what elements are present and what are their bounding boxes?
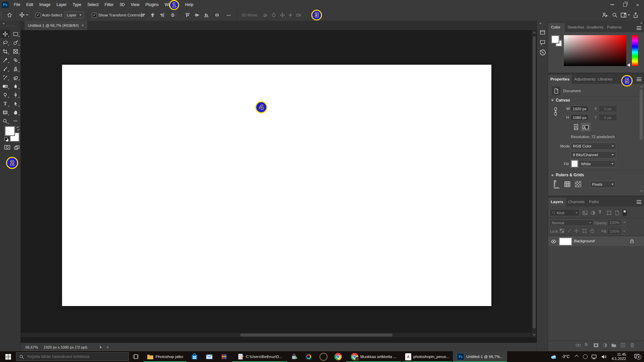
blur-tool[interactable] (10, 82, 21, 90)
bit-depth-dropdown[interactable]: 8 Bits/Channel (571, 151, 616, 159)
auto-select-checkbox[interactable]: ✓ (36, 13, 41, 18)
restore-button[interactable] (619, 0, 631, 9)
tab-channels[interactable]: Channels (568, 200, 585, 204)
menu-type[interactable]: Type (69, 0, 84, 9)
task-view-button[interactable] (129, 351, 143, 362)
show-transform-checkbox[interactable]: ✓ (92, 13, 97, 18)
foreground-color-swatch[interactable] (5, 126, 15, 136)
auto-select-target-dropdown[interactable]: Layer (64, 11, 84, 18)
temperature-display[interactable]: -3°C (559, 351, 572, 362)
lock-pixels-button[interactable] (567, 228, 572, 235)
layer-name[interactable]: Background (574, 239, 594, 243)
taskbar-search[interactable] (16, 352, 129, 361)
taskbar-app-mail[interactable] (202, 351, 217, 362)
taskbar-app-lock[interactable] (288, 351, 301, 362)
swap-colors-button[interactable] (16, 126, 20, 132)
share-button[interactable] (633, 12, 639, 19)
chevron-down-icon[interactable] (26, 14, 28, 16)
align-bottom-button[interactable] (204, 13, 209, 19)
lock-artboard-button[interactable] (582, 228, 587, 235)
scroll-up-icon[interactable] (640, 86, 643, 89)
chevron-down-icon[interactable] (628, 14, 630, 16)
tray-app-icon[interactable] (581, 351, 590, 362)
filter-type-button[interactable]: T (599, 209, 601, 215)
menu-3d[interactable]: 3D (116, 0, 127, 9)
lasso-tool[interactable] (0, 38, 10, 47)
link-dimensions-button[interactable] (553, 107, 558, 118)
move-tool[interactable] (0, 29, 10, 38)
hue-ramp[interactable] (632, 35, 638, 66)
workspace-button[interactable] (621, 12, 627, 19)
tab-swatches[interactable]: Swatches (568, 25, 584, 29)
panel-menu-icon[interactable] (637, 26, 641, 30)
adjustment-layer-button[interactable] (602, 343, 608, 349)
taskbar-app-notepad[interactable]: C:\Users\Bethruz\D... (231, 351, 288, 362)
menu-file[interactable]: File (11, 0, 23, 9)
filter-adjustment-button[interactable] (590, 210, 596, 217)
section-chevron-icon[interactable] (551, 100, 554, 101)
filter-image-button[interactable] (582, 210, 588, 217)
search-button[interactable] (612, 12, 618, 19)
tab-gradients[interactable]: Gradients (587, 25, 603, 29)
panel-strip-item-1[interactable] (540, 29, 545, 37)
vertical-scrollbar-thumb[interactable] (533, 36, 536, 328)
align-center-v-button[interactable] (195, 13, 199, 19)
close-button[interactable]: × (631, 0, 644, 9)
taskbar-app-photoshop[interactable]: Ps Untitled-1 @ 66,7%... (453, 351, 507, 362)
weather-widget[interactable] (549, 351, 559, 362)
screen-mode-button[interactable] (14, 145, 20, 152)
taskbar-app-folder[interactable]: Photoshop jatko (143, 351, 187, 362)
rectangle-tool[interactable] (0, 108, 10, 117)
scroll-down-icon[interactable] (640, 189, 643, 192)
status-options-icon[interactable] (100, 346, 102, 349)
type-tool[interactable]: T (0, 99, 10, 108)
tab-properties-label[interactable]: Properties (550, 77, 570, 81)
taskbar-app-store[interactable] (187, 351, 202, 362)
menu-edit[interactable]: Edit (23, 0, 36, 9)
account-button[interactable] (602, 12, 608, 19)
hand-tool[interactable] (10, 108, 21, 117)
add-mask-button[interactable] (593, 343, 599, 349)
taskbar-app-chrome[interactable] (331, 351, 345, 362)
layer-thumbnail[interactable] (559, 238, 572, 245)
pen-tool[interactable] (10, 90, 21, 99)
tab-adjustments[interactable]: Adjustments (574, 77, 595, 81)
distribute-h-button[interactable] (170, 13, 175, 19)
new-layer-button[interactable] (620, 343, 626, 349)
lock-all-button[interactable] (590, 228, 595, 235)
lock-transparency-button[interactable] (559, 228, 565, 235)
hue-slider-pointer[interactable] (627, 63, 630, 67)
align-left-button[interactable] (141, 13, 146, 19)
minimize-button[interactable] (606, 0, 619, 9)
menu-plugins[interactable]: Plugins (143, 0, 162, 9)
units-dropdown[interactable]: Pixels (590, 181, 616, 188)
new-group-button[interactable] (611, 343, 616, 349)
tab-libraries[interactable]: Libraries (598, 77, 612, 81)
layer-style-button[interactable]: fx (585, 342, 588, 347)
width-field[interactable]: 1920 px (571, 106, 589, 112)
status-collapse-icon[interactable] (107, 346, 108, 349)
canvas-fill-dropdown[interactable]: White (579, 160, 616, 167)
layer-filter-kind-dropdown[interactable]: Kind (550, 209, 580, 216)
frame-tool[interactable] (10, 47, 21, 56)
menu-layer[interactable]: Layer (53, 0, 69, 9)
layer-row-background[interactable]: Background (548, 236, 644, 246)
document-canvas[interactable] (62, 65, 491, 306)
home-button[interactable] (7, 12, 12, 19)
distribute-v-button[interactable] (215, 13, 219, 19)
expand-panels-button[interactable]: « (539, 21, 541, 25)
lock-position-button[interactable] (574, 228, 579, 235)
align-top-button[interactable] (185, 13, 190, 19)
color-fg-mini-swatch[interactable] (551, 36, 559, 43)
color-mode-dropdown[interactable]: RGB Color (571, 142, 616, 150)
pasteboard[interactable] (21, 30, 537, 343)
rulers-grids-section-header[interactable]: Rulers & Grids (556, 173, 584, 177)
taskbar-app-winrar[interactable] (217, 351, 231, 362)
panel-menu-icon[interactable] (637, 77, 641, 81)
layer-visibility-toggle[interactable] (551, 239, 556, 245)
more-options-button[interactable]: ••• (227, 14, 231, 17)
volume-tray-button[interactable] (599, 351, 608, 362)
document-tab[interactable]: Untitled-1 @ 66,7% (RGB/8#) × (24, 21, 87, 30)
tab-paths[interactable]: Paths (589, 200, 599, 204)
dodge-tool[interactable] (0, 90, 10, 99)
